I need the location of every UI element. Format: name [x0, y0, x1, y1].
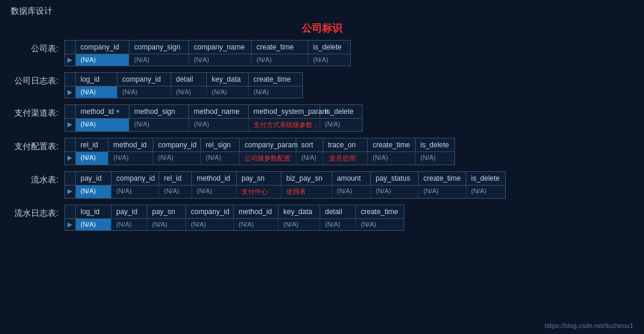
header-cell-3-0: rel_id — [76, 138, 109, 151]
row-label-1: 公司日志表: — [11, 72, 64, 86]
data-cell-4-5: 使用者 — [281, 185, 332, 198]
data-cell-3-8: (N/A) — [416, 152, 454, 165]
data-cell-3-6: '是否启用' — [323, 152, 368, 165]
data-cell-3-3: (N/A) — [201, 152, 240, 165]
header-cell-5-0: log_id — [76, 205, 112, 218]
header-cell-3-3: rel_sign — [201, 138, 240, 151]
row-label-2: 支付渠道表: — [11, 104, 64, 119]
data-cell-5-4: (N/A) — [234, 219, 278, 230]
header-cell-0-1: company_sign — [129, 41, 189, 54]
data-cell-5-0: (N/A) — [76, 219, 112, 230]
header-cell-1-2: detail — [171, 73, 207, 86]
header-cell-4-5: biz_pay_sn — [281, 172, 332, 185]
table-row-wrapper-1: 公司日志表:log_idcompany_iddetailkey_datacrea… — [11, 72, 633, 98]
arrow-header-0 — [65, 41, 76, 54]
data-cell-3-2: (N/A) — [153, 152, 201, 165]
tables-container: 公司表:company_idcompany_signcompany_namecr… — [11, 40, 633, 231]
header-cell-1-3: key_data — [207, 73, 249, 86]
data-cell-1-1: (N/A) — [117, 86, 171, 98]
data-cell-0-3: (N/A) — [252, 54, 308, 66]
header-cell-2-3: method_system_param — [249, 105, 320, 118]
db-table-1: log_idcompany_iddetailkey_datacreate_tim… — [64, 72, 303, 98]
header-cell-1-1: company_id — [117, 73, 171, 86]
arrow-cell-1: ▶ — [65, 86, 76, 98]
header-cell-5-5: key_data — [278, 205, 320, 218]
header-cell-4-8: create_time — [419, 172, 466, 185]
data-cell-3-1: (N/A) — [109, 152, 153, 165]
arrow-header-3 — [65, 138, 76, 151]
row-label-3: 支付配置表: — [11, 138, 64, 152]
table-row-wrapper-4: 流水表:pay_idcompany_idrel_idmethod_idpay_s… — [11, 171, 633, 199]
header-cell-5-6: detail — [320, 205, 356, 218]
db-table-0: company_idcompany_signcompany_namecreate… — [64, 40, 351, 66]
table-row-wrapper-0: 公司表:company_idcompany_signcompany_namecr… — [11, 40, 633, 66]
header-cell-4-0: pay_id — [76, 172, 112, 185]
data-cell-4-3: (N/A) — [192, 185, 237, 198]
data-cell-2-1: (N/A) — [129, 119, 189, 131]
header-cell-4-7: pay_status — [371, 172, 419, 185]
data-cell-1-0: (N/A) — [76, 86, 117, 98]
header-cell-2-0: method_id ▼ — [76, 105, 129, 118]
data-cell-5-1: (N/A) — [112, 219, 147, 230]
db-table-2: method_id ▼method_signmethod_namemethod_… — [64, 104, 363, 132]
header-cell-4-2: rel_id — [159, 172, 192, 185]
header-cell-2-1: method_sign — [129, 105, 189, 118]
data-cell-2-4: (N/A) — [320, 119, 362, 131]
arrow-cell-0: ▶ — [65, 54, 76, 66]
header-cell-0-2: company_name — [189, 41, 252, 54]
footer-url: https://blog.csdn.net/liuzhirou1 — [544, 322, 633, 329]
data-cell-3-4: 公司级参数配置' — [240, 152, 296, 165]
header-cell-3-8: is_delete — [416, 138, 454, 151]
header-cell-3-6: trace_on — [323, 138, 368, 151]
header-cell-4-9: is_delete — [466, 172, 505, 185]
data-cell-3-7: (N/A) — [368, 152, 416, 165]
header-cell-1-4: create_time — [249, 73, 302, 86]
row-label-0: 公司表: — [11, 40, 64, 54]
header-cell-5-1: pay_id — [112, 205, 147, 218]
header-cell-4-6: amount — [332, 172, 371, 185]
data-cell-4-9: (N/A) — [466, 185, 505, 198]
arrow-header-4 — [65, 172, 76, 185]
header-cell-5-3: company_id — [186, 205, 234, 218]
header-cell-4-4: pay_sn — [237, 172, 281, 185]
data-cell-5-7: (N/A) — [356, 219, 404, 230]
header-cell-0-4: is_delete — [308, 41, 350, 54]
header-cell-2-2: method_name — [189, 105, 249, 118]
data-cell-4-8: (N/A) — [419, 185, 466, 198]
header-cell-0-3: create_time — [252, 41, 308, 54]
header-cell-4-3: method_id — [192, 172, 237, 185]
data-cell-0-0: (N/A) — [76, 54, 129, 66]
data-cell-2-0: (N/A) — [76, 119, 129, 131]
header-cell-0-0: company_id — [76, 41, 129, 54]
header-cell-5-2: pay_sn — [147, 205, 186, 218]
data-cell-2-3: 支付方式系统级参数， — [249, 119, 320, 131]
header-cell-5-7: create_time — [356, 205, 404, 218]
header-cell-4-1: company_id — [112, 172, 159, 185]
data-cell-0-1: (N/A) — [129, 54, 189, 66]
data-cell-4-2: (N/A) — [159, 185, 192, 198]
db-table-5: log_idpay_idpay_sncompany_idmethod_idkey… — [64, 205, 404, 231]
table-row-wrapper-5: 流水日志表:log_idpay_idpay_sncompany_idmethod… — [11, 205, 633, 231]
data-cell-5-3: (N/A) — [186, 219, 234, 230]
data-cell-5-2: (N/A) — [147, 219, 186, 230]
data-cell-5-5: (N/A) — [278, 219, 320, 230]
arrow-header-5 — [65, 205, 76, 218]
header-cell-3-2: company_id — [153, 138, 201, 151]
data-cell-4-7: (N/A) — [371, 185, 419, 198]
row-label-5: 流水日志表: — [11, 205, 64, 219]
data-cell-2-2: (N/A) — [189, 119, 249, 131]
data-cell-0-4: (N/A) — [308, 54, 350, 66]
center-label: 公司标识 — [11, 21, 633, 35]
header-cell-1-0: log_id — [76, 73, 117, 86]
arrow-header-2 — [65, 105, 76, 118]
data-cell-4-1: (N/A) — [112, 185, 159, 198]
arrow-cell-5: ▶ — [65, 219, 76, 230]
table-row-wrapper-3: 支付配置表:rel_idmethod_idcompany_idrel_signc… — [11, 138, 633, 165]
data-cell-1-4: (N/A) — [249, 86, 302, 98]
data-cell-4-0: (N/A) — [76, 185, 112, 198]
page-title: 数据库设计 — [0, 0, 644, 20]
header-cell-3-1: method_id — [109, 138, 153, 151]
header-cell-5-4: method_id — [234, 205, 278, 218]
table-row-wrapper-2: 支付渠道表:method_id ▼method_signmethod_namem… — [11, 104, 633, 132]
arrow-header-1 — [65, 73, 76, 86]
